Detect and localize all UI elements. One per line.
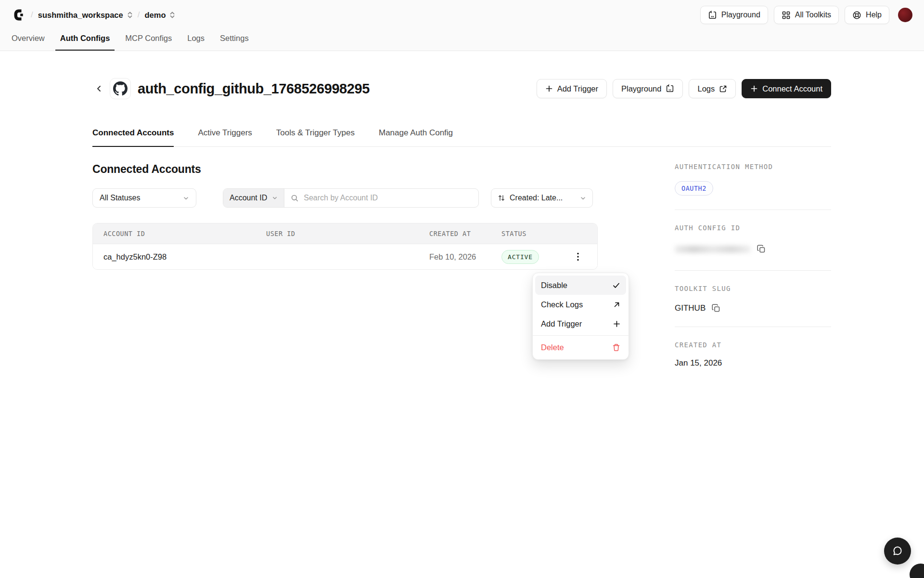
auth-config-id-label: AUTH CONFIG ID	[675, 224, 831, 232]
corner-widget[interactable]	[910, 564, 924, 578]
search-icon	[291, 194, 299, 202]
search-field-value: Account ID	[230, 194, 267, 202]
project-name: demo	[144, 11, 166, 20]
plus-icon	[613, 320, 620, 328]
plus-icon	[545, 85, 553, 92]
menu-item-disable[interactable]: Disable	[535, 276, 626, 295]
logs-label: Logs	[697, 84, 715, 93]
content-grid: Connected Accounts All Statuses Account …	[92, 163, 831, 368]
status-filter-dropdown[interactable]: All Statuses	[92, 188, 196, 208]
col-user-id: USER ID	[266, 230, 429, 237]
row-context-menu: Disable Check Logs Add Trigger Delete	[532, 273, 629, 360]
table-row[interactable]: ca_hdyz5kn0-Z98 Feb 10, 2026 ACTIVE	[93, 244, 597, 269]
github-toolkit-icon	[110, 78, 131, 99]
chat-bubble-icon	[891, 545, 904, 557]
menu-item-check-logs[interactable]: Check Logs	[535, 295, 626, 314]
chat-fab-button[interactable]	[884, 538, 911, 565]
col-status: STATUS	[501, 230, 570, 237]
created-at-value: Jan 15, 2026	[675, 358, 722, 368]
sort-value: Created: Late...	[510, 194, 563, 202]
main-nav: Overview Auth Configs MCP Configs Logs S…	[0, 30, 924, 51]
playground-label: Playground	[721, 11, 760, 19]
search-input[interactable]	[304, 194, 472, 202]
cell-created-at: Feb 10, 2026	[429, 252, 501, 262]
chevron-updown-icon	[127, 11, 133, 19]
composio-logo-icon[interactable]	[12, 8, 26, 22]
main-content: auth_config_github_1768526998295 Add Tri…	[0, 78, 924, 368]
search-input-wrap	[284, 189, 478, 207]
row-menu-button[interactable]	[570, 249, 586, 264]
divider	[675, 210, 831, 210]
tab-connected-accounts[interactable]: Connected Accounts	[92, 128, 174, 147]
header-actions: Playground All Toolkits Help	[700, 6, 912, 24]
page-title: auth_config_github_1768526998295	[138, 81, 370, 97]
playground-button[interactable]: Playground	[700, 6, 768, 24]
logs-button[interactable]: Logs	[689, 79, 736, 98]
nav-tab-mcp-configs[interactable]: MCP Configs	[120, 30, 177, 51]
add-trigger-label: Add Trigger	[557, 84, 598, 93]
sort-dropdown[interactable]: Created: Late...	[491, 188, 593, 208]
connect-account-label: Connect Account	[762, 84, 822, 93]
sort-arrows-icon	[498, 194, 505, 202]
add-trigger-menu-label: Add Trigger	[541, 319, 582, 328]
copy-icon[interactable]	[757, 244, 766, 254]
nav-tab-overview[interactable]: Overview	[7, 30, 50, 51]
trash-icon	[612, 343, 620, 352]
connected-accounts-section: Connected Accounts All Statuses Account …	[92, 163, 598, 368]
playground-page-label: Playground	[621, 84, 661, 93]
add-trigger-button[interactable]: Add Trigger	[537, 79, 607, 98]
search-field-dropdown[interactable]: Account ID	[223, 189, 284, 207]
project-selector[interactable]: demo	[144, 11, 175, 20]
created-at-label: CREATED AT	[675, 341, 831, 349]
auth-config-id-blurred	[675, 246, 751, 253]
back-button[interactable]	[92, 82, 106, 95]
details-sidebar: AUTHENTICATION METHOD OAUTH2 AUTH CONFIG…	[675, 163, 831, 368]
all-toolkits-button[interactable]: All Toolkits	[774, 6, 839, 24]
divider	[675, 327, 831, 327]
arrow-up-right-icon	[613, 301, 620, 308]
col-account-id: ACCOUNT ID	[103, 230, 266, 237]
toolkit-slug-label: TOOLKIT SLUG	[675, 285, 831, 292]
playground-page-button[interactable]: Playground	[613, 79, 683, 98]
status-filter-value: All Statuses	[100, 194, 140, 202]
menu-divider	[533, 335, 629, 336]
all-toolkits-label: All Toolkits	[795, 11, 831, 19]
section-heading: Connected Accounts	[92, 163, 598, 176]
menu-item-delete[interactable]: Delete	[535, 338, 626, 357]
divider	[675, 270, 831, 271]
table-header-row: ACCOUNT ID USER ID CREATED AT STATUS	[93, 223, 597, 244]
playground-icon	[708, 11, 717, 20]
grid-icon	[782, 11, 791, 20]
nav-tab-logs[interactable]: Logs	[182, 30, 209, 51]
help-button[interactable]: Help	[845, 6, 889, 24]
status-badge: ACTIVE	[501, 250, 539, 264]
chevron-down-icon	[183, 195, 189, 201]
copy-icon[interactable]	[711, 303, 721, 313]
chevron-updown-icon	[169, 11, 175, 19]
toolkit-slug-value: GITHUB	[675, 303, 706, 313]
breadcrumb: / sushmitha_workspace / demo	[12, 8, 175, 22]
breadcrumb-separator: /	[31, 10, 33, 20]
plus-icon	[750, 85, 758, 92]
help-label: Help	[866, 11, 882, 19]
auth-method-label: AUTHENTICATION METHOD	[675, 163, 831, 171]
workspace-name: sushmitha_workspace	[38, 11, 123, 20]
tab-active-triggers[interactable]: Active Triggers	[198, 128, 252, 147]
page-title-row: auth_config_github_1768526998295 Add Tri…	[92, 78, 831, 99]
connect-account-button[interactable]: Connect Account	[742, 79, 831, 98]
filters-row: All Statuses Account ID	[92, 188, 598, 208]
tab-manage-auth-config[interactable]: Manage Auth Config	[379, 128, 453, 147]
detail-tabs: Connected Accounts Active Triggers Tools…	[92, 128, 831, 147]
tab-tools-trigger-types[interactable]: Tools & Trigger Types	[276, 128, 355, 147]
nav-tab-settings[interactable]: Settings	[215, 30, 254, 51]
disable-label: Disable	[541, 281, 567, 290]
workspace-selector[interactable]: sushmitha_workspace	[38, 11, 133, 20]
chevron-down-icon	[272, 195, 278, 201]
playground-icon	[666, 84, 674, 93]
header-top: / sushmitha_workspace / demo Playgroun	[0, 0, 924, 30]
user-avatar[interactable]	[898, 8, 912, 22]
help-lifebuoy-icon	[852, 11, 861, 20]
menu-item-add-trigger[interactable]: Add Trigger	[535, 314, 626, 333]
accounts-table: ACCOUNT ID USER ID CREATED AT STATUS ca_…	[92, 223, 598, 270]
nav-tab-auth-configs[interactable]: Auth Configs	[55, 30, 115, 51]
